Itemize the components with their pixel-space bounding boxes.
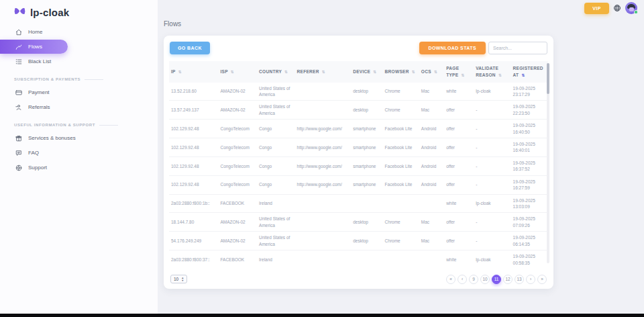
column-header-browser[interactable]: BROWSER ⇅ <box>383 61 419 83</box>
pagination-first[interactable]: « <box>446 275 455 284</box>
download-stats-button[interactable]: DOWNLOAD STATS <box>419 42 486 54</box>
cell-device: smartphone <box>351 156 382 175</box>
sidebar-item-payment[interactable]: Payment <box>0 85 158 99</box>
cell-device: desktop <box>351 101 382 120</box>
table-row: 2a03:2880:f800:37::FACEBOOKIrelandwhitel… <box>169 251 548 269</box>
sort-icon[interactable]: ⇅ <box>373 70 376 74</box>
cell-device: smartphone <box>351 120 382 138</box>
column-header-referer[interactable]: REFERER ⇅ <box>295 61 352 83</box>
cell-page_type: offer <box>444 138 474 157</box>
cell-ocs <box>419 251 444 269</box>
sort-icon[interactable]: ⇅ <box>434 70 437 74</box>
bottom-bar <box>0 314 644 317</box>
avatar-face <box>629 7 634 11</box>
cell-isp: AMAZON-02 <box>218 101 257 120</box>
credit-card-icon <box>15 89 22 96</box>
pagination-page-12[interactable]: 12 <box>503 275 513 284</box>
home-icon <box>15 28 22 36</box>
cell-ocs: Mac <box>419 101 444 120</box>
vip-button[interactable]: VIP <box>584 3 609 14</box>
online-status-dot <box>634 10 638 14</box>
sidebar-item-label: Services & bonuses <box>28 135 76 141</box>
column-header-ip[interactable]: IP ⇅ <box>169 61 218 83</box>
pagination-last[interactable]: » <box>537 275 547 284</box>
cell-country: United States of America <box>257 213 294 232</box>
table-scrollbar-thumb[interactable] <box>547 63 549 94</box>
cell-country: Ireland <box>257 251 294 269</box>
rows-per-page-select[interactable]: 10 ▲▼ <box>170 275 187 283</box>
cell-page_type: white <box>444 251 474 269</box>
table-row: 54.176.249.249AMAZON-02United States of … <box>169 232 548 251</box>
cell-validate_reason: - <box>474 232 511 251</box>
cell-registered_at: 19-09-202523:17:29 <box>511 83 548 101</box>
cell-ocs: Android <box>419 120 444 138</box>
table-row: 102.129.92.48CongoTelecomCongohttp://www… <box>169 138 548 157</box>
column-header-isp[interactable]: ISP ⇅ <box>218 61 257 83</box>
card-controls: GO BACK DOWNLOAD STATS <box>164 36 553 59</box>
cell-browser: Facebook Lite <box>383 120 419 138</box>
pagination-page-13[interactable]: 13 <box>515 275 524 284</box>
flows-card: GO BACK DOWNLOAD STATS IP ⇅ISP ⇅COUNTRY … <box>164 36 553 289</box>
sort-icon[interactable]: ⇅ <box>178 70 182 74</box>
table-header: IP ⇅ISP ⇅COUNTRY ⇅REFERER ⇅DEVICE ⇅BROWS… <box>169 61 548 83</box>
column-header-device[interactable]: DEVICE ⇅ <box>351 61 382 83</box>
sidebar-item-referrals[interactable]: Referrals <box>0 100 158 114</box>
go-back-button[interactable]: GO BACK <box>170 42 210 54</box>
cell-page_type: offer <box>444 175 474 194</box>
cell-referer: http://www.google.com/ <box>295 175 352 194</box>
column-header-registered-at[interactable]: REGISTERED AT ⇅ <box>511 61 548 83</box>
sidebar-item-black-list[interactable]: Black List <box>0 54 158 69</box>
pagination-page-11[interactable]: 11 <box>492 275 501 284</box>
sort-icon[interactable]: ⇅ <box>412 70 415 74</box>
globe-icon[interactable] <box>613 4 621 12</box>
main-content: Flows GO BACK DOWNLOAD STATS IP ⇅ISP ⇅CO… <box>164 20 553 289</box>
sort-icon[interactable]: ⇅ <box>284 70 288 74</box>
column-header-ocs[interactable]: OCS ⇅ <box>419 61 444 83</box>
sidebar-item-support[interactable]: Support <box>0 161 158 175</box>
search-input[interactable] <box>488 42 547 54</box>
top-bar: VIP <box>584 2 637 14</box>
flows-table: IP ⇅ISP ⇅COUNTRY ⇅REFERER ⇅DEVICE ⇅BROWS… <box>169 61 548 269</box>
cell-browser: Chrome <box>383 83 419 101</box>
cell-country: Ireland <box>257 194 294 213</box>
sort-icon[interactable]: ⇅ <box>461 73 464 77</box>
cell-referer: http://www.google.com/ <box>295 156 352 175</box>
sort-icon[interactable]: ⇅ <box>231 70 234 74</box>
sort-icon[interactable]: ⇅ <box>521 73 525 77</box>
table-row: 2a03:2880:f800:1b::FACEBOOKIrelandwhitel… <box>169 194 548 213</box>
cell-browser: Facebook Lite <box>383 175 419 194</box>
pagination-page-9[interactable]: 9 <box>469 275 478 284</box>
cell-referer <box>295 232 352 251</box>
cell-referer <box>295 251 352 269</box>
sidebar-item-label: FAQ <box>28 150 39 156</box>
pagination-prev[interactable]: ‹ <box>458 275 467 284</box>
cell-validate_reason: - <box>474 213 511 232</box>
cell-isp: AMAZON-02 <box>218 232 257 251</box>
table-body: 13.52.218.60AMAZON-02United States of Am… <box>169 83 548 269</box>
cell-referer <box>295 83 352 101</box>
sort-icon[interactable]: ⇅ <box>322 70 325 74</box>
sidebar-item-home[interactable]: Home <box>0 25 158 39</box>
sidebar-item-services[interactable]: Services & bonuses <box>0 131 158 145</box>
cell-registered_at: 19-09-202516:27:59 <box>511 175 548 194</box>
sidebar-item-faq[interactable]: FAQ <box>0 146 158 160</box>
column-header-validate-reason[interactable]: VALIDATE REASON ⇅ <box>474 61 511 83</box>
column-header-page-type[interactable]: PAGE TYPE ⇅ <box>444 61 474 83</box>
sidebar-item-flows[interactable]: Flows <box>0 40 68 54</box>
cell-ocs: Android <box>419 138 444 157</box>
cell-registered_at: 19-09-202500:58:35 <box>511 251 548 269</box>
pagination-next[interactable]: › <box>526 275 535 284</box>
cell-country: United States of America <box>257 101 294 120</box>
flows-table-wrap: IP ⇅ISP ⇅COUNTRY ⇅REFERER ⇅DEVICE ⇅BROWS… <box>164 59 553 269</box>
pagination-page-10[interactable]: 10 <box>480 275 490 284</box>
column-header-country[interactable]: COUNTRY ⇅ <box>257 61 294 83</box>
sort-icon[interactable]: ⇅ <box>498 73 502 77</box>
table-row: 102.129.92.48CongoTelecomCongohttp://www… <box>169 120 548 138</box>
cell-ip: 2a03:2880:f800:37:: <box>169 251 218 269</box>
gift-icon <box>15 134 22 142</box>
table-row: 13.57.249.137AMAZON-02United States of A… <box>169 101 548 120</box>
cell-validate_reason: lp-cloak <box>474 251 511 269</box>
cell-device <box>351 251 382 269</box>
cell-isp: FACEBOOK <box>218 251 257 269</box>
cell-page_type: white <box>444 83 474 101</box>
